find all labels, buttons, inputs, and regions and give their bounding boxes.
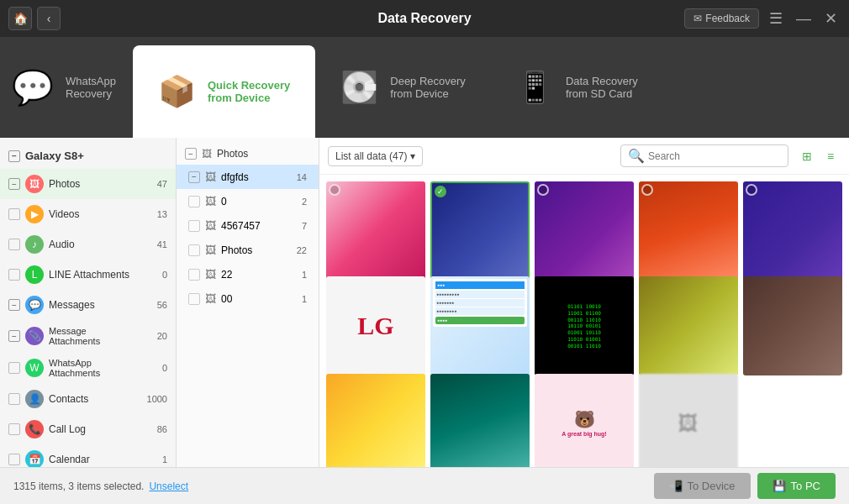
nav-whatsapp[interactable]: 💬 WhatsApp Recovery [0, 37, 133, 138]
title-bar: 🏠 ‹ Data Recovery ✉ Feedback ☰ — ✕ [0, 0, 849, 37]
contacts-check[interactable] [8, 393, 20, 405]
folder4567-label: 4567457 [221, 220, 261, 232]
feedback-label: Feedback [705, 13, 750, 24]
minimize-button[interactable]: — [793, 10, 815, 28]
hug-text: A great big hug! [562, 431, 606, 437]
tree-item-0[interactable]: 🖼 0 2 [177, 189, 319, 213]
nav-quick-recovery[interactable]: 📦 Quick Recovery from Device [133, 45, 315, 138]
photo-cell[interactable] [639, 276, 738, 375]
audio-count: 41 [157, 239, 167, 249]
home-button[interactable]: 🏠 [8, 7, 32, 30]
to-device-button[interactable]: 📲 To Device [654, 473, 751, 499]
tree-item-22[interactable]: 🖼 22 1 [177, 262, 319, 286]
audio-check[interactable] [8, 239, 20, 250]
folder0-label: 0 [221, 196, 227, 207]
app-title: Data Recovery [377, 11, 471, 26]
messages-collapse[interactable]: − [8, 299, 20, 311]
folder0-check[interactable] [188, 196, 200, 207]
grid-view-button[interactable]: ⊞ [797, 146, 817, 166]
tree-item-4567457[interactable]: 🖼 4567457 7 [177, 213, 319, 238]
contacts-icon: 👤 [25, 390, 44, 408]
calendar-check[interactable] [8, 454, 20, 465]
sidebar-item-photos[interactable]: − 🖼 Photos 47 [0, 169, 176, 199]
sidebar-item-wapp[interactable]: W WhatsAppAttachments 0 [0, 352, 176, 384]
whatsapp-nav-label: WhatsApp Recovery [66, 75, 116, 100]
view-toggle: ⊞ ≡ [797, 146, 841, 166]
tree-root[interactable]: − 🖼 Photos [177, 143, 319, 165]
contacts-label: Contacts [49, 393, 88, 405]
photo-cell[interactable] [326, 374, 425, 467]
photo-cell[interactable]: ✓ [430, 181, 530, 281]
sidebar-item-calls[interactable]: 📞 Call Log 86 [0, 414, 176, 444]
sidebar-item-messages[interactable]: − 💬 Messages 56 [0, 290, 176, 320]
sidebar-item-msgatt[interactable]: − 📎 MessageAttachments 20 [0, 320, 176, 352]
to-pc-icon: 💾 [773, 480, 786, 492]
photo-checkbox[interactable] [329, 184, 340, 196]
back-button[interactable]: ‹ [37, 7, 61, 30]
unselect-link[interactable]: Unselect [149, 480, 188, 492]
sidebar-item-audio[interactable]: ♪ Audio 41 [0, 229, 176, 260]
sidebar-item-contacts[interactable]: 👤 Contacts 1000 [0, 384, 176, 414]
photo-cell[interactable] [430, 374, 530, 467]
audio-icon: ♪ [25, 235, 44, 254]
photo-cell[interactable] [639, 181, 738, 281]
msgatt-collapse[interactable]: − [8, 330, 20, 342]
nav-sd-card[interactable]: 📱 Data Recovery from SD Card [491, 37, 663, 138]
dfgfds-icon: 🖼 [205, 171, 216, 183]
photos-collapse[interactable]: − [8, 178, 20, 190]
photo-cell[interactable] [535, 181, 634, 281]
main-content: − Galaxy S8+ − 🖼 Photos 47 ▶ Videos 13 ♪… [0, 138, 849, 467]
photo-cell[interactable] [326, 181, 425, 281]
tree-item-photos[interactable]: 🖼 Photos 22 [177, 238, 319, 262]
photo-cell[interactable]: ●●● ●●●●●●●●● ●●●●●●● ●●●●●●●● ●●●● [430, 276, 530, 375]
search-box: 🔍 [620, 144, 788, 167]
tree-item-00[interactable]: 🖼 00 1 [177, 286, 319, 311]
photo-cell[interactable]: LG [326, 276, 425, 375]
sidebar-item-videos[interactable]: ▶ Videos 13 [0, 199, 176, 229]
photo-cell[interactable]: 01101 1001011001 0110000110 1101010110 0… [535, 276, 634, 375]
wapp-check[interactable] [8, 362, 20, 374]
sidebar-item-line[interactable]: L LINE Attachments 0 [0, 260, 176, 290]
nav-deep-recovery[interactable]: 💽 Deep Recovery from Device [315, 37, 491, 138]
sd-card-label: Data Recovery from SD Card [566, 75, 638, 100]
photo-checkbox[interactable] [746, 184, 757, 196]
lg-logo-text: LG [357, 312, 393, 340]
folder22-icon: 🖼 [205, 268, 216, 281]
line-label: LINE Attachments [49, 269, 129, 281]
photo-cell[interactable]: 🐻 A great big hug! [535, 374, 634, 467]
close-button[interactable]: ✕ [821, 9, 841, 28]
to-pc-label: To PC [791, 480, 820, 492]
photo-checkbox-checked[interactable]: ✓ [435, 186, 446, 197]
messages-count: 56 [157, 300, 167, 310]
msgatt-icon: 📎 [25, 327, 44, 345]
messages-label: Messages [49, 299, 95, 311]
line-check[interactable] [8, 269, 20, 281]
tree-root-collapse[interactable]: − [185, 148, 197, 160]
quick-recovery-icon: 📦 [158, 74, 196, 109]
photo-cell[interactable] [743, 276, 842, 375]
msgatt-label: MessageAttachments [49, 326, 100, 346]
folder22-check[interactable] [188, 269, 200, 281]
search-input[interactable] [648, 150, 781, 162]
list-all-button[interactable]: List all data (47) ▾ [328, 146, 423, 166]
whatsapp-nav-icon: 💬 [12, 68, 54, 108]
photo-checkbox[interactable] [641, 184, 653, 196]
to-pc-button[interactable]: 💾 To PC [757, 473, 836, 499]
feedback-button[interactable]: ✉ Feedback [684, 8, 759, 29]
sidebar-item-calendar[interactable]: 📅 Calendar 1 [0, 444, 176, 467]
calls-check[interactable] [8, 423, 20, 435]
folder00-check[interactable] [188, 293, 200, 305]
wapp-count: 0 [162, 363, 167, 373]
tree-item-dfgfds[interactable]: − 🖼 dfgfds 14 [177, 165, 319, 189]
photo-cell[interactable]: 🖼 [639, 374, 738, 467]
device-collapse-icon[interactable]: − [8, 150, 20, 162]
dfgfds-collapse[interactable]: − [188, 171, 200, 183]
folder4567-check[interactable] [188, 220, 200, 232]
folder22-label: 22 [221, 269, 232, 281]
list-view-button[interactable]: ≡ [820, 146, 841, 166]
photo-cell[interactable] [743, 181, 842, 281]
photo-checkbox[interactable] [537, 184, 549, 196]
photos-folder-check[interactable] [188, 244, 200, 256]
menu-button[interactable]: ☰ [766, 9, 786, 28]
videos-check[interactable] [8, 208, 20, 220]
